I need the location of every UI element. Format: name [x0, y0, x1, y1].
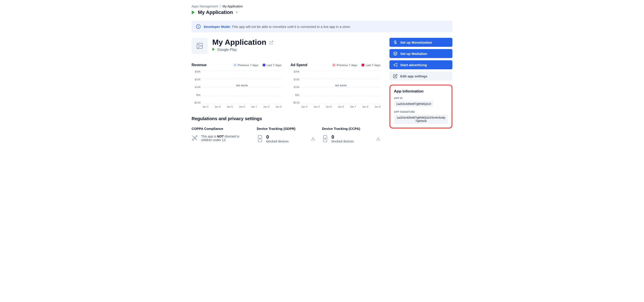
app-info-heading: App information — [394, 89, 448, 94]
svg-marker-10 — [394, 52, 397, 54]
chevron-down-icon — [235, 11, 238, 15]
adspend-chart: Ad Spend Previous 7 days Last 7 days $20… — [290, 63, 380, 108]
alert-prefix: Developer Mode: — [204, 25, 231, 29]
device-blocked-icon — [257, 135, 263, 143]
app-selector[interactable]: My Application — [192, 10, 452, 15]
revenue-chart: Revenue Previous 7 days Last 7 days $20K… — [192, 63, 282, 108]
revenue-chart-title: Revenue — [192, 63, 207, 67]
ccpa-card: Device Tracking (CCPA) 0 blocked devices — [322, 127, 380, 143]
ccpa-count: 0 — [332, 135, 354, 140]
app-id-value[interactable]: 1a2b3c4d5e6f7g8h9i0j1k2l — [394, 101, 433, 107]
no-data-label: NO DATA — [335, 84, 347, 87]
breadcrumb-separator: / — [220, 5, 221, 8]
ccpa-label: blocked devices — [332, 140, 354, 143]
external-link-icon[interactable] — [269, 38, 274, 47]
breadcrumb-parent[interactable]: Apps Management — [192, 5, 218, 8]
info-icon: ! — [196, 24, 200, 29]
app-header: My Application Google Play — [192, 38, 380, 54]
gdpr-card: Device Tracking (GDPR) 0 blocked devices — [257, 127, 315, 143]
breadcrumb: Apps Management / My Application — [192, 5, 452, 8]
breadcrumb-current: My Application — [222, 5, 242, 8]
legend-curr: Last 7 days — [263, 64, 282, 67]
candy-off-icon — [192, 135, 198, 142]
device-blocked-icon — [322, 135, 328, 143]
alert-message: This app will not be able to monetize un… — [232, 25, 351, 29]
setup-monetization-button[interactable]: Set up Monetization — [390, 38, 452, 47]
app-information-panel: App information APP ID 1a2b3c4d5e6f7g8h9… — [390, 85, 452, 129]
setup-mediation-button[interactable]: Set up Mediation — [390, 49, 452, 58]
ccpa-title: Device Tracking (CCPA) — [322, 127, 380, 131]
legend-curr: Last 7 days — [362, 64, 381, 67]
google-play-icon — [212, 48, 216, 52]
regulations-heading: Regulations and privacy settings — [192, 116, 380, 121]
app-selector-title: My Application — [198, 10, 233, 15]
app-thumbnail-placeholder — [192, 38, 208, 54]
svg-line-2 — [271, 41, 273, 43]
developer-mode-alert: ! Developer Mode: This app will not be a… — [192, 21, 452, 33]
gdpr-count: 0 — [266, 135, 289, 140]
app-id-label: APP ID — [394, 97, 448, 100]
edit-app-settings-button[interactable]: Edit app settings — [390, 72, 452, 81]
download-icon[interactable] — [311, 136, 315, 142]
legend-prev: Previous 7 days — [332, 64, 358, 67]
adspend-chart-title: Ad Spend — [290, 63, 308, 67]
svg-point-1 — [198, 44, 199, 45]
download-icon[interactable] — [376, 136, 380, 142]
legend-prev: Previous 7 days — [234, 64, 258, 67]
gdpr-title: Device Tracking (GDPR) — [257, 127, 315, 131]
coppa-title: COPPA Compliance — [192, 127, 250, 131]
google-play-icon — [192, 10, 196, 15]
app-name-heading: My Application — [212, 38, 266, 47]
start-advertising-button[interactable]: Start advertising — [390, 60, 452, 69]
app-signature-label: APP SIGNATURE — [394, 111, 448, 113]
no-data-label: NO DATA — [236, 84, 248, 87]
platform-label: Google Play — [217, 48, 237, 52]
coppa-card: COPPA Compliance This app is NOT directe… — [192, 127, 250, 143]
app-signature-value[interactable]: 1a2b3c4d5e6f7g8h9i0j1k2l3m4n5o6p7q8r9s0t — [394, 115, 448, 124]
gdpr-label: blocked devices — [266, 140, 289, 143]
